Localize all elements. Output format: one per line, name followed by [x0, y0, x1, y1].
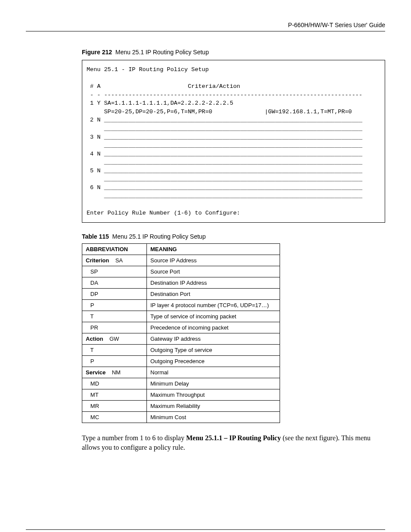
abbr-cell: MC — [82, 412, 147, 423]
meaning-cell: Destination Port — [147, 289, 280, 300]
page-footer: Chapter 36 IP Policy Routing 330 — [26, 529, 385, 532]
code-row4: 4 N ____________________________________… — [87, 151, 362, 157]
meaning-cell: Maximum Reliability — [147, 401, 280, 412]
table-row: MRMaximum Reliability — [82, 401, 280, 412]
table-row: TOutgoing Type of service — [82, 345, 280, 356]
abbr-cell: T — [82, 311, 147, 322]
meaning-cell: Outgoing Type of service — [147, 345, 280, 356]
meaning-cell: Gateway IP address — [147, 333, 280, 345]
code-row3: 3 N ____________________________________… — [87, 134, 362, 140]
table-label: Table 115 — [82, 233, 109, 240]
header-guide-title: P-660H/HW/W-T Series User' Guide — [26, 22, 385, 31]
abbr-cell: MT — [82, 389, 147, 401]
body-text-pre: Type a number from 1 to 6 to display — [82, 434, 186, 442]
code-row1a: 1 Y SA=1.1.1.1-1.1.1.1,DA=2.2.2.2-2.2.2.… — [87, 100, 233, 106]
meaning-cell: Type of service of incoming packet — [147, 311, 280, 322]
abbr-cell: SP — [82, 266, 147, 277]
meaning-cell: IP layer 4 protocol number (TCP=6, UDP=1… — [147, 300, 280, 311]
table-row: PRPrecedence of incoming packet — [82, 322, 280, 333]
table-row: TType of service of incoming packet — [82, 311, 280, 322]
table-caption-text: Menu 25.1 IP Routing Policy Setup — [112, 233, 206, 240]
figure-caption-text: Menu 25.1 IP Routing Policy Setup — [115, 49, 209, 56]
meaning-cell: Minimum Cost — [147, 412, 280, 423]
table-row: Criterion SASource IP Address — [82, 255, 280, 266]
figure-label: Figure 212 — [82, 49, 112, 56]
abbr-cell: PR — [82, 322, 147, 333]
figure-caption: Figure 212 Menu 25.1 IP Routing Policy S… — [82, 49, 385, 56]
table-head-abbr: ABBREVIATION — [82, 244, 147, 255]
meaning-cell: Outgoing Precedence — [147, 356, 280, 367]
abbr-cell: P — [82, 300, 147, 311]
meaning-cell: Normal — [147, 367, 280, 378]
code-underline-5b: ________________________________________… — [87, 176, 362, 182]
abbr-cell: DA — [82, 277, 147, 289]
table-row: POutgoing Precedence — [82, 356, 280, 367]
meaning-cell: Precedence of incoming packet — [147, 322, 280, 333]
meaning-cell: Source Port — [147, 266, 280, 277]
abbr-cell: Action GW — [82, 333, 147, 345]
code-row2: 2 N ____________________________________… — [87, 117, 362, 123]
abbr-cell: T — [82, 345, 147, 356]
code-underline-2b: ________________________________________… — [87, 125, 362, 132]
abbreviation-table: ABBREVIATION MEANING Criterion SASource … — [82, 243, 280, 423]
body-paragraph: Type a number from 1 to 6 to display Men… — [82, 433, 385, 452]
table-row: Service NMNormal — [82, 367, 280, 378]
table-row: PIP layer 4 protocol number (TCP=6, UDP=… — [82, 300, 280, 311]
body-text-bold: Menu 25.1.1 – IP Routing Policy — [186, 434, 281, 442]
code-box: Menu 25.1 - IP Routing Policy Setup # A … — [82, 60, 385, 223]
code-title: Menu 25.1 - IP Routing Policy Setup — [87, 66, 209, 73]
abbr-cell: Criterion SA — [82, 255, 147, 266]
code-row5: 5 N ____________________________________… — [87, 168, 362, 174]
table-row: SPSource Port — [82, 266, 280, 277]
code-underline-4b: ________________________________________… — [87, 159, 362, 165]
table-row: Action GWGateway IP address — [82, 333, 280, 345]
table-row: DPDestination Port — [82, 289, 280, 300]
meaning-cell: Source IP Address — [147, 255, 280, 266]
meaning-cell: Maximum Throughput — [147, 389, 280, 401]
code-row1b-right: |GW=192.168.1.1,T=MT,PR=0 — [265, 109, 352, 115]
table-row: MDMinimum Delay — [82, 378, 280, 389]
code-header-row: # A Criteria/Action — [87, 83, 240, 90]
abbr-cell: Service NM — [82, 367, 147, 378]
table-caption: Table 115 Menu 25.1 IP Routing Policy Se… — [82, 233, 385, 240]
code-sep: - - ------------------------------------… — [87, 92, 362, 98]
meaning-cell: Destination IP Address — [147, 277, 280, 289]
abbr-cell: DP — [82, 289, 147, 300]
meaning-cell: Minimum Delay — [147, 378, 280, 389]
table-head-meaning: MEANING — [147, 244, 280, 255]
code-row1b-left: SP=20-25,DP=20-25,P=6,T=NM,PR=0 — [87, 109, 212, 115]
table-row: DADestination IP Address — [82, 277, 280, 289]
code-underline-3b: ________________________________________… — [87, 142, 362, 149]
code-prompt: Enter Policy Rule Number (1-6) to Config… — [87, 210, 240, 216]
abbr-cell: P — [82, 356, 147, 367]
abbr-cell: MD — [82, 378, 147, 389]
code-row6: 6 N ____________________________________… — [87, 184, 362, 191]
table-row: MTMaximum Throughput — [82, 389, 280, 401]
abbr-cell: MR — [82, 401, 147, 412]
table-row: MCMinimum Cost — [82, 412, 280, 423]
code-underline-6b: ________________________________________… — [87, 193, 362, 199]
